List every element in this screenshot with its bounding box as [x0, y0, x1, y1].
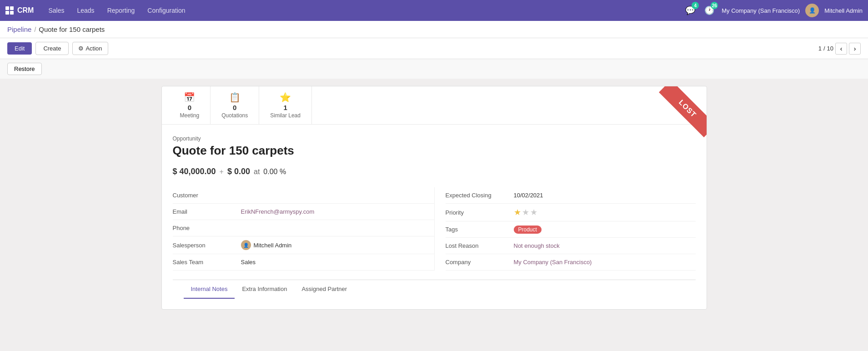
field-email: Email ErikNFrench@armyspy.com: [173, 204, 434, 220]
field-sales-team: Sales Team Sales: [173, 254, 434, 271]
quotations-count: 0: [233, 104, 236, 111]
edit-button[interactable]: Edit: [7, 42, 32, 55]
amount-main: $ 40,000.00: [173, 167, 216, 176]
amount-row: $ 40,000.00 + $ 0.00 at 0.00 %: [173, 167, 696, 176]
star-3[interactable]: ★: [530, 207, 537, 217]
tags-label: Tags: [446, 226, 514, 233]
company-name: My Company (San Francisco): [722, 7, 800, 14]
breadcrumb: Pipeline / Quote for 150 carpets: [0, 21, 868, 38]
priority-stars: ★ ★ ★: [514, 207, 696, 217]
nav-links: Sales Leads Reporting Configuration: [43, 4, 683, 17]
nav-right: 💬 4 🕐 26 My Company (San Francisco) 👤 Mi…: [683, 4, 863, 17]
chat-button[interactable]: 💬 4: [683, 4, 697, 17]
toolbar: Edit Create ⚙ Action 1 / 10 ‹ ›: [0, 38, 868, 59]
phone-label: Phone: [173, 225, 241, 231]
breadcrumb-current: Quote for 150 carpets: [39, 25, 105, 33]
restore-button[interactable]: Restore: [7, 63, 42, 75]
amount-pct: 0.00 %: [263, 168, 286, 176]
pagination: 1 / 10 ‹ ›: [818, 43, 861, 55]
similar-lead-button[interactable]: ⭐ 1 Similar Lead: [259, 86, 312, 124]
priority-label: Priority: [446, 209, 514, 216]
sales-team-label: Sales Team: [173, 259, 241, 266]
calendar-icon: 📅: [184, 92, 195, 103]
priority-value: ★ ★ ★: [514, 207, 696, 217]
salesperson-value: 👤 Mitchell Admin: [241, 240, 434, 250]
record-title: Quote for 150 carpets: [173, 144, 696, 158]
nav-leads[interactable]: Leads: [71, 4, 100, 17]
salesperson-avatar: 👤: [241, 240, 251, 250]
sales-team-value: Sales: [241, 259, 434, 266]
main-content: LOST 📅 0 Meeting 📋 0 Quotations ⭐ 1 Simi…: [0, 79, 868, 317]
breadcrumb-separator: /: [34, 26, 36, 33]
fields-left: Customer Email ErikNFrench@armyspy.com P…: [173, 187, 434, 271]
quotations-label: Quotations: [221, 112, 248, 119]
nav-reporting[interactable]: Reporting: [102, 4, 140, 17]
pagination-total: 10: [827, 45, 833, 52]
pagination-sep: /: [823, 45, 825, 52]
user-avatar[interactable]: 👤: [805, 4, 819, 17]
closing-value: 10/02/2021: [514, 192, 696, 199]
amount-extra: $ 0.00: [227, 167, 250, 176]
opportunity-label: Opportunity: [173, 135, 696, 142]
salesperson-row: 👤 Mitchell Admin: [241, 240, 434, 250]
pagination-current: 1: [818, 45, 822, 52]
user-name: Mitchell Admin: [824, 7, 863, 14]
meeting-label: Meeting: [180, 112, 200, 119]
salesperson-name: Mitchell Admin: [254, 242, 292, 249]
product-tag[interactable]: Product: [514, 226, 542, 234]
field-expected-closing: Expected Closing 10/02/2021: [446, 187, 696, 204]
next-button[interactable]: ›: [849, 43, 861, 55]
field-priority: Priority ★ ★ ★: [446, 204, 696, 221]
breadcrumb-parent[interactable]: Pipeline: [7, 25, 31, 33]
closing-label: Expected Closing: [446, 192, 514, 199]
star-1[interactable]: ★: [514, 207, 521, 217]
field-customer: Customer: [173, 187, 434, 204]
grid-icon: [5, 6, 14, 15]
gear-icon: ⚙: [78, 45, 84, 52]
email-value[interactable]: ErikNFrench@armyspy.com: [241, 208, 434, 215]
restore-bar: Restore: [0, 59, 868, 79]
tab-internal-notes[interactable]: Internal Notes: [184, 280, 235, 299]
similar-lead-icon: ⭐: [280, 92, 291, 103]
lost-reason-value[interactable]: Not enough stock: [514, 242, 696, 249]
field-phone: Phone: [173, 220, 434, 236]
customer-label: Customer: [173, 192, 241, 199]
field-lost-reason: Lost Reason Not enough stock: [446, 238, 696, 254]
field-salesperson: Salesperson 👤 Mitchell Admin: [173, 236, 434, 254]
tabs-row: Internal Notes Extra Information Assigne…: [173, 280, 696, 298]
prev-button[interactable]: ‹: [835, 43, 847, 55]
quotations-button[interactable]: 📋 0 Quotations: [211, 86, 259, 124]
field-tags: Tags Product: [446, 221, 696, 238]
app-logo[interactable]: CRM: [5, 6, 34, 15]
chat-count: 4: [692, 2, 699, 9]
star-2[interactable]: ★: [522, 207, 529, 217]
company-value[interactable]: My Company (San Francisco): [514, 259, 696, 266]
amount-plus: +: [220, 168, 224, 176]
activity-button[interactable]: 🕐 26: [702, 4, 716, 17]
record-card: LOST 📅 0 Meeting 📋 0 Quotations ⭐ 1 Simi…: [161, 86, 707, 310]
email-label: Email: [173, 208, 241, 215]
smart-buttons: 📅 0 Meeting 📋 0 Quotations ⭐ 1 Similar L…: [162, 86, 707, 125]
top-navigation: CRM Sales Leads Reporting Configuration …: [0, 0, 868, 21]
action-button[interactable]: ⚙ Action: [72, 42, 108, 55]
quotation-icon: 📋: [229, 92, 241, 103]
nav-configuration[interactable]: Configuration: [142, 4, 191, 17]
fields-right: Expected Closing 10/02/2021 Priority ★ ★…: [434, 187, 696, 271]
tab-extra-information[interactable]: Extra Information: [235, 280, 294, 299]
salesperson-label: Salesperson: [173, 242, 241, 249]
tags-value: Product: [514, 226, 696, 233]
lost-reason-label: Lost Reason: [446, 242, 514, 249]
create-button[interactable]: Create: [35, 42, 69, 55]
similar-lead-count: 1: [283, 104, 287, 111]
action-label: Action: [85, 45, 102, 52]
field-company: Company My Company (San Francisco): [446, 254, 696, 271]
amount-at: at: [254, 168, 260, 176]
tab-assigned-partner[interactable]: Assigned Partner: [294, 280, 354, 299]
app-name: CRM: [17, 6, 34, 15]
meeting-count: 0: [188, 104, 191, 111]
meeting-button[interactable]: 📅 0 Meeting: [169, 86, 211, 124]
activity-count: 26: [711, 2, 718, 9]
similar-lead-label: Similar Lead: [270, 112, 301, 119]
nav-sales[interactable]: Sales: [43, 4, 70, 17]
record-body: Opportunity Quote for 150 carpets $ 40,0…: [162, 125, 707, 309]
